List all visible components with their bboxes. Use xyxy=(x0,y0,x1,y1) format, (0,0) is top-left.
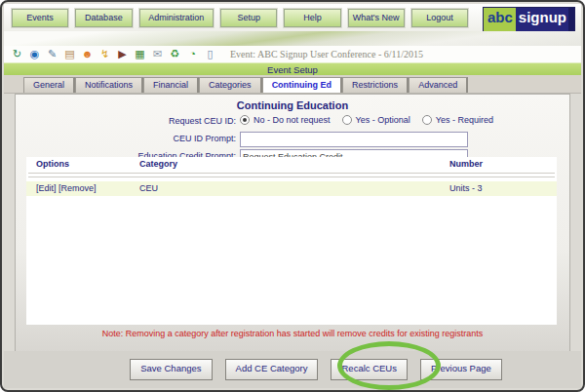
current-event-label: Event: ABC Signup User Conference - 6/11… xyxy=(230,49,423,59)
request-ceu-id-radio-group: No - Do not request Yes - Optional Yes -… xyxy=(240,115,501,125)
tab-restrictions[interactable]: Restrictions xyxy=(342,77,409,93)
ce-category-table: Options Category Number [Edit] [Remove] … xyxy=(26,157,557,325)
menu-events[interactable]: Events xyxy=(12,9,68,27)
logo-abc: abc xyxy=(484,8,516,31)
app-window: Events Database Administration Setup Hel… xyxy=(0,0,585,392)
radio-yes-required-label[interactable]: Yes - Required xyxy=(436,115,493,125)
radio-no-do-not-request[interactable] xyxy=(240,115,250,125)
recalc-ceus-button[interactable]: Recalc CEUs xyxy=(331,359,408,380)
request-ceu-id-row: Request CEU ID: No - Do not request Yes … xyxy=(16,113,569,129)
menu-administration[interactable]: Administration xyxy=(139,9,214,27)
tab-notifications[interactable]: Notifications xyxy=(75,77,143,93)
toolbar-icons: ↻ ◉ ✎ ▤ ☻ ↯ ▶ ▦ ✉ ♻ ◔ ▯ xyxy=(11,48,216,60)
edit-link[interactable]: [Edit] xyxy=(36,183,57,193)
menu-setup[interactable]: Setup xyxy=(220,9,277,27)
column-header-number: Number xyxy=(449,159,483,169)
history-icon[interactable]: ◔ xyxy=(186,48,199,60)
header-divider xyxy=(28,173,555,174)
save-changes-button[interactable]: Save Changes xyxy=(130,359,212,380)
row-number: Units - 3 xyxy=(449,181,483,196)
previous-page-button[interactable]: Previous Page xyxy=(420,359,502,380)
tab-continuing-ed[interactable]: Continuing Ed xyxy=(262,77,342,93)
section-bar-event-setup: Event Setup xyxy=(4,62,581,76)
row-actions: [Edit] [Remove] xyxy=(36,181,97,196)
menu-logout[interactable]: Logout xyxy=(411,9,468,27)
row-category: CEU xyxy=(139,181,158,196)
main-menu: Events Database Administration Setup Hel… xyxy=(12,9,468,27)
table-row: [Edit] [Remove] CEU Units - 3 xyxy=(26,181,557,196)
decorative-wave-band xyxy=(4,31,581,46)
recycle-icon[interactable]: ♻ xyxy=(169,48,181,60)
logo-side-strip xyxy=(568,8,574,31)
ceu-id-prompt-input[interactable] xyxy=(240,132,468,147)
abcsignup-logo: abc signup xyxy=(483,7,575,32)
chart-icon[interactable]: ▦ xyxy=(134,48,146,60)
mail-icon[interactable]: ✉ xyxy=(151,48,164,60)
tab-general[interactable]: General xyxy=(23,77,75,93)
card-icon[interactable]: ▤ xyxy=(63,48,76,60)
dart-icon[interactable]: ▶ xyxy=(116,48,129,60)
radio-yes-optional[interactable] xyxy=(342,115,352,125)
ceu-id-prompt-label: CEU ID Prompt: xyxy=(173,134,236,143)
page-title: Continuing Education xyxy=(16,99,569,111)
radio-no-label[interactable]: No - Do not request xyxy=(254,115,331,125)
edit-icon[interactable]: ✎ xyxy=(46,48,58,60)
header-divider-2 xyxy=(28,176,555,177)
add-ce-category-button[interactable]: Add CE Category xyxy=(225,359,319,380)
menu-whats-new[interactable]: What's New xyxy=(348,9,405,27)
toolbar: ↻ ◉ ✎ ▤ ☻ ↯ ▶ ▦ ✉ ♻ ◔ ▯ Event: ABC Signu… xyxy=(4,46,581,62)
radio-yes-required[interactable] xyxy=(422,115,432,125)
refresh-icon[interactable]: ↻ xyxy=(11,48,23,60)
document-icon[interactable]: ▯ xyxy=(204,48,216,60)
removal-warning-note: Note: Removing a category after registra… xyxy=(16,329,569,338)
menu-database[interactable]: Database xyxy=(75,9,132,27)
radio-yes-optional-label[interactable]: Yes - Optional xyxy=(356,115,410,125)
menu-help[interactable]: Help xyxy=(284,9,340,27)
remove-link[interactable]: [Remove] xyxy=(58,183,97,193)
column-header-category: Category xyxy=(139,159,177,169)
tab-categories[interactable]: Categories xyxy=(199,77,262,93)
tab-advanced[interactable]: Advanced xyxy=(409,77,468,93)
logo-signup: signup xyxy=(516,8,568,31)
user-icon[interactable]: ☻ xyxy=(81,48,94,60)
globe-icon[interactable]: ◉ xyxy=(28,48,41,60)
tab-financial[interactable]: Financial xyxy=(143,77,199,93)
table-header-row: Options Category Number xyxy=(26,157,557,173)
column-header-options: Options xyxy=(36,159,69,169)
request-ceu-id-label: Request CEU ID: xyxy=(169,116,236,126)
continuing-education-panel: Continuing Education Request CEU ID: No … xyxy=(15,94,570,354)
footer-button-bar: Save Changes Add CE Category Recalc CEUs… xyxy=(4,351,581,388)
lightning-icon[interactable]: ↯ xyxy=(98,48,111,60)
top-menu-bar: Events Database Administration Setup Hel… xyxy=(4,4,581,31)
ceu-id-prompt-row: CEU ID Prompt: xyxy=(16,131,569,146)
event-setup-tabs: General Notifications Financial Categori… xyxy=(4,75,581,94)
